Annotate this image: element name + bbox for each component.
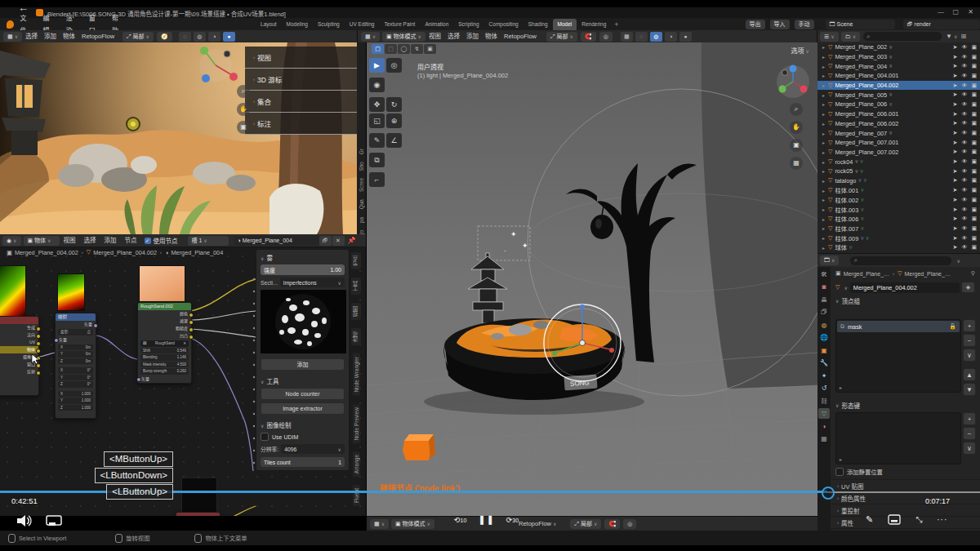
sidebar-tab[interactable]: pa — [359, 217, 364, 223]
selectable-icon[interactable]: ➤ — [953, 44, 958, 51]
hide-eye-icon[interactable]: 👁 — [961, 111, 967, 118]
socket-dot[interactable] — [93, 323, 98, 328]
hide-eye-icon[interactable]: 👁 — [961, 235, 967, 242]
viewlayer-selector[interactable]: 🗗 render — [903, 20, 980, 29]
outliner-row[interactable]: ▸ ▽ Merged_Plane_006.001 ▿ ▿ ➤ 👁 ▣ — [817, 109, 980, 119]
orange-cube[interactable] — [403, 434, 435, 460]
subtitle-icon[interactable] — [888, 514, 901, 525]
hide-eye-icon[interactable]: 👁 — [961, 120, 967, 127]
hide-eye-icon[interactable]: 👁 — [961, 177, 967, 184]
disclosure-icon[interactable]: ▸ — [822, 73, 828, 78]
panel-section-header[interactable]: ∨工具 — [261, 376, 345, 385]
workspace-tab[interactable]: Sculpting — [313, 19, 345, 30]
node-output-socket-row[interactable]: 粗糙度 — [138, 325, 191, 332]
list-filter-icon[interactable]: ▸ — [840, 456, 842, 462]
selectable-icon[interactable]: ➤ — [953, 120, 958, 127]
render-camera-icon[interactable]: ▣ — [971, 225, 977, 232]
selectable-icon[interactable]: ➤ — [953, 216, 958, 222]
node-output-socket-row[interactable]: UV — [0, 339, 38, 346]
shape-key-specials-button[interactable]: ∨ — [963, 442, 976, 455]
node-slider[interactable]: Bump strength0.260 — [140, 368, 189, 375]
export-button[interactable]: 导出 — [746, 20, 765, 29]
vertex-group-item[interactable]: ⧉ mask 🔓 — [837, 321, 960, 332]
sidebar-tab[interactable]: 视图 — [351, 303, 361, 320]
disclosure-icon[interactable]: ▸ — [822, 131, 828, 136]
tool-tab-icon[interactable]: 🛠 — [818, 269, 830, 280]
select-box-tool[interactable]: ▶ — [369, 58, 385, 73]
workspace-tab[interactable]: Rendering — [577, 19, 611, 30]
orientation-dropdown[interactable]: ⤢ 局部∨ — [122, 32, 154, 42]
outliner-row[interactable]: ▸ ▽ Merged_Plane_004.002 ▿ ▿ ➤ 👁 ▣ — [817, 81, 980, 91]
socket-dot[interactable] — [54, 338, 59, 343]
hide-eye-icon[interactable]: 👁 — [961, 44, 967, 51]
viewport-menu[interactable]: 选择 — [22, 30, 41, 42]
forward-30-icon[interactable]: ⟳30 — [506, 516, 519, 524]
camera-view-icon[interactable]: ▣ — [237, 121, 250, 134]
sidebar-tab[interactable]: Arrange — [353, 451, 360, 477]
socket-dot[interactable] — [36, 371, 41, 375]
sidebar-tab[interactable]: Qua — [359, 199, 364, 209]
hide-eye-icon[interactable]: 👁 — [961, 216, 967, 222]
resolution-dropdown[interactable]: 4096∨ — [281, 444, 345, 454]
image-extractor-button[interactable]: Image extractor — [261, 402, 345, 415]
hide-eye-icon[interactable]: 👁 — [961, 225, 967, 232]
render-camera-icon[interactable]: ▣ — [971, 187, 977, 193]
list-filter-icon[interactable]: ▸ — [840, 384, 842, 390]
scale-value[interactable]: Y1.000 — [58, 398, 93, 404]
node-input-socket-row[interactable]: 矢量 — [138, 375, 191, 383]
material-shading-icon[interactable]: ◑ — [208, 32, 220, 42]
workspace-tab[interactable]: Layout — [256, 19, 282, 30]
viewport-menu[interactable]: 添加 — [463, 30, 482, 42]
render-camera-icon[interactable]: ▣ — [971, 149, 977, 155]
filter-funnel-icon[interactable]: ▼∨ — [946, 33, 957, 40]
shader-editor[interactable]: ◉∨ ▣ 物体∨ 视图选择添加节点 ✓ 使用节点 槽 1∨ ◑ Merged_P… — [0, 234, 366, 516]
hide-eye-icon[interactable]: 👁 — [961, 130, 967, 136]
node-output-socket-row[interactable]: 反射 — [0, 368, 38, 375]
disclosure-icon[interactable]: ▸ — [822, 159, 828, 165]
disclosure-icon[interactable]: ▸ — [822, 178, 828, 184]
hide-eye-icon[interactable]: 👁 — [961, 187, 967, 193]
scale-tool[interactable]: ◱ — [369, 113, 385, 128]
sidebar-tab[interactable]: 工具 — [351, 278, 361, 295]
rotation-value[interactable]: X0° — [58, 367, 93, 374]
pin-icon[interactable]: ⚲ — [971, 270, 975, 277]
render-camera-icon[interactable]: ▣ — [971, 140, 977, 146]
render-camera-icon[interactable]: ▣ — [971, 101, 977, 108]
render-camera-icon[interactable]: ▣ — [971, 82, 977, 89]
viewport-menu[interactable]: 物体 — [60, 30, 78, 42]
selectable-icon[interactable]: ➤ — [953, 235, 958, 242]
selectable-icon[interactable]: ➤ — [953, 149, 958, 155]
socket-dot[interactable] — [189, 327, 194, 332]
outliner-display-mode-icon[interactable]: ☰∨ — [820, 32, 839, 42]
vertex-group-specials-button[interactable]: ∨ — [963, 349, 976, 362]
selectable-icon[interactable]: ➤ — [953, 168, 958, 175]
selectable-icon[interactable]: ➤ — [953, 111, 958, 118]
image-selector[interactable]: 🖼RoughSand✕ — [140, 340, 189, 347]
selectable-icon[interactable]: ➤ — [953, 225, 958, 232]
render-camera-icon[interactable]: ▣ — [971, 235, 977, 242]
solid-shading-icon[interactable]: ◍ — [650, 32, 662, 42]
world-tab-icon[interactable]: 🌐 — [818, 332, 830, 343]
scene-tab-icon[interactable]: ◍ — [818, 320, 830, 331]
tiles-count-slider[interactable]: Tiles count1 — [261, 457, 345, 467]
orientation-dropdown[interactable]: ⤢ 局部∨ — [546, 32, 577, 42]
overlay-menu-item[interactable]: › 视图 — [245, 47, 357, 69]
render-camera-icon[interactable]: ▣ — [971, 130, 977, 136]
particles-tab-icon[interactable]: ✦ — [818, 371, 830, 381]
udim-checkbox[interactable]: Use UDIM — [261, 433, 345, 441]
sidebar-tab[interactable]: Fluent — [353, 485, 360, 506]
rotate-tool[interactable]: ↻ — [386, 97, 402, 112]
render-tab-icon[interactable]: ◙ — [818, 282, 830, 292]
ortho-toggle-icon[interactable]: ▦ — [790, 157, 803, 170]
hide-eye-icon[interactable]: 👁 — [961, 149, 967, 155]
selectable-icon[interactable]: ➤ — [953, 158, 958, 165]
pick-select-icon[interactable]: ▣ — [424, 44, 436, 54]
outliner-row[interactable]: ▸ ▽ Merged_Plane_003 ▿ ▿ ➤ 👁 ▣ — [817, 52, 980, 62]
disclosure-icon[interactable]: ▸ — [822, 44, 828, 50]
node-slider[interactable]: Blending1.146 — [140, 354, 189, 361]
selectable-icon[interactable]: ➤ — [953, 130, 958, 136]
video-progress-remaining[interactable] — [827, 491, 980, 493]
rendered-shading-icon[interactable]: ● — [679, 32, 692, 42]
physics-tab-icon[interactable]: ↺ — [818, 383, 830, 393]
blender-menu-icon[interactable] — [7, 20, 14, 29]
